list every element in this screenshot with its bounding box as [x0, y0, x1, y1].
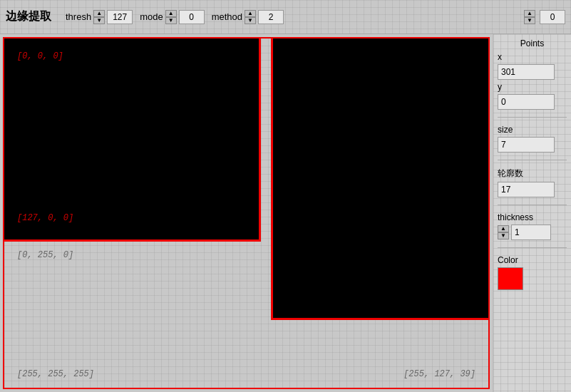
- coord-up-arrow[interactable]: ▲: [524, 10, 535, 17]
- y-input[interactable]: [498, 94, 555, 110]
- method-up-arrow[interactable]: ▲: [245, 10, 256, 17]
- thresh-up-arrow[interactable]: ▲: [93, 10, 105, 17]
- label-mid-left: [127, 0, 0]: [17, 213, 73, 223]
- contour-label: 轮廓数: [498, 167, 567, 180]
- divider-1: [498, 117, 567, 118]
- divider-4: [498, 247, 567, 248]
- thresh-down-arrow[interactable]: ▼: [93, 17, 105, 24]
- method-param: method ▲ ▼: [212, 10, 284, 24]
- method-label: method: [212, 11, 242, 22]
- thickness-up-arrow[interactable]: ▲: [498, 225, 509, 232]
- divider-3: [498, 205, 567, 205]
- mode-up-arrow[interactable]: ▲: [165, 10, 177, 17]
- mode-spinner[interactable]: ▲ ▼: [165, 10, 177, 24]
- mode-down-arrow[interactable]: ▼: [165, 17, 177, 24]
- toolbar-right: ▲ ▼: [524, 10, 565, 24]
- mode-label: mode: [140, 11, 163, 22]
- method-input[interactable]: [258, 10, 284, 24]
- method-down-arrow[interactable]: ▼: [245, 17, 256, 24]
- coord-input[interactable]: [540, 10, 565, 24]
- size-label: size: [498, 125, 567, 135]
- thickness-section: thickness ▲ ▼: [498, 212, 567, 240]
- method-spinner[interactable]: ▲ ▼: [245, 10, 256, 24]
- coord-down-arrow[interactable]: ▼: [524, 17, 535, 24]
- x-label: x: [498, 52, 567, 62]
- points-section: Points x y: [498, 38, 567, 110]
- mode-input[interactable]: [179, 10, 205, 24]
- main-content: [0, 0, 0] [127, 0, 0] [0, 255, 0] [255, …: [0, 34, 571, 392]
- thickness-down-arrow[interactable]: ▼: [498, 232, 509, 239]
- x-input[interactable]: [498, 64, 555, 80]
- thresh-param: thresh ▲ ▼: [66, 10, 133, 24]
- color-label: Color: [498, 255, 567, 265]
- label-bottom-left: [255, 255, 255]: [17, 369, 94, 379]
- canvas-area: [0, 0, 0] [127, 0, 0] [0, 255, 0] [255, …: [3, 37, 490, 389]
- toolbar: 边缘提取 thresh ▲ ▼ mode ▲ ▼ method ▲ ▼ ▲ ▼: [0, 0, 571, 34]
- sidebar: Points x y size 轮廓数 thickness ▲ ▼: [493, 34, 571, 392]
- mode-param: mode ▲ ▼: [140, 10, 205, 24]
- thickness-spinner[interactable]: ▲ ▼: [498, 225, 509, 239]
- coord-spinner[interactable]: ▲ ▼: [524, 10, 535, 24]
- label-top-left: [0, 0, 0]: [17, 51, 63, 61]
- thickness-label: thickness: [498, 212, 567, 222]
- contour-section: 轮廓数: [498, 167, 567, 197]
- divider-2: [498, 160, 567, 160]
- points-title: Points: [498, 38, 567, 48]
- region-top-right: [271, 38, 488, 320]
- contour-input[interactable]: [498, 182, 555, 197]
- label-bottom-right: [255, 127, 39]: [403, 369, 475, 379]
- thickness-input[interactable]: [511, 225, 551, 240]
- color-section: Color: [498, 255, 567, 290]
- thresh-label: thresh: [66, 11, 91, 22]
- color-swatch[interactable]: [498, 267, 523, 290]
- size-section: size: [498, 125, 567, 153]
- y-label: y: [498, 82, 567, 92]
- label-below-rect: [0, 255, 0]: [17, 250, 73, 260]
- thresh-spinner[interactable]: ▲ ▼: [93, 10, 105, 24]
- app-title: 边缘提取: [6, 9, 51, 24]
- thresh-input[interactable]: [107, 10, 133, 24]
- size-input[interactable]: [498, 137, 555, 153]
- region-top-left: [4, 38, 261, 242]
